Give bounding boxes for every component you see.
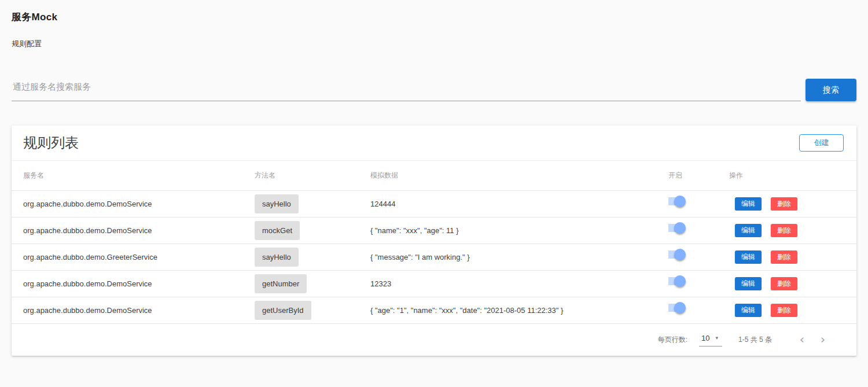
breadcrumb: 规则配置 (12, 39, 856, 49)
service-name-cell: org.apache.dubbo.demo.GreeterService (23, 253, 255, 261)
method-name-chip: mockGet (255, 221, 300, 240)
header-actions: 操作 (729, 171, 856, 180)
service-name-cell: org.apache.dubbo.demo.DemoService (23, 279, 255, 288)
header-enabled: 开启 (668, 171, 729, 180)
edit-button[interactable]: 编辑 (735, 277, 762, 290)
enabled-toggle[interactable] (668, 275, 686, 288)
rows-per-page-value: 10 (701, 334, 709, 342)
toggle-thumb (674, 222, 686, 234)
mock-data-cell: { "name": "xxx", "age": 11 } (370, 226, 668, 235)
pagination-bar: 每页行数: 10 ▾ 1-5 共 5 条 ‹ › (12, 323, 856, 356)
card-header: 规则列表 创建 (12, 126, 856, 160)
method-name-chip: sayHello (255, 248, 299, 267)
rows-per-page-select[interactable]: 10 ▾ (699, 334, 722, 347)
delete-button[interactable]: 删除 (771, 224, 797, 237)
table-row: org.apache.dubbo.demo.DemoService mockGe… (12, 217, 856, 244)
delete-button[interactable]: 删除 (771, 277, 797, 290)
table-header-row: 服务名 方法名 模拟数据 开启 操作 (12, 160, 856, 190)
edit-button[interactable]: 编辑 (735, 304, 762, 317)
table-row: org.apache.dubbo.demo.DemoService sayHel… (12, 190, 856, 217)
service-name-cell: org.apache.dubbo.demo.DemoService (23, 200, 255, 208)
previous-page-icon[interactable]: ‹ (792, 334, 812, 346)
edit-button[interactable]: 编辑 (735, 224, 762, 237)
next-page-icon[interactable]: › (812, 334, 833, 346)
card-title: 规则列表 (23, 134, 79, 152)
method-name-chip: getNumber (255, 274, 307, 293)
toggle-thumb (674, 302, 686, 314)
mock-data-cell: 124444 (370, 200, 668, 208)
enabled-toggle[interactable] (668, 222, 686, 234)
header-service-name: 服务名 (23, 171, 255, 180)
header-mock-data: 模拟数据 (370, 171, 668, 180)
page-title: 服务Mock (12, 0, 856, 24)
dropdown-caret-icon: ▾ (715, 335, 718, 341)
delete-button[interactable]: 删除 (771, 197, 797, 211)
search-button[interactable]: 搜索 (806, 79, 856, 101)
method-name-chip: getUserById (255, 301, 311, 320)
mock-data-cell: { "age": "1", "name": "xxx", "date": "20… (370, 306, 668, 315)
search-bar: 搜索 (12, 78, 856, 101)
search-input[interactable] (12, 78, 801, 101)
delete-button[interactable]: 删除 (771, 250, 797, 264)
toggle-thumb (674, 275, 686, 287)
table-row: org.apache.dubbo.demo.DemoService getUse… (12, 297, 856, 323)
enabled-toggle[interactable] (668, 248, 686, 261)
enabled-toggle[interactable] (668, 301, 686, 314)
table-body: org.apache.dubbo.demo.DemoService sayHel… (12, 190, 856, 323)
toggle-thumb (674, 196, 686, 207)
create-button[interactable]: 创建 (799, 134, 844, 152)
delete-button[interactable]: 删除 (771, 304, 797, 317)
service-name-cell: org.apache.dubbo.demo.DemoService (23, 226, 255, 235)
table-row: org.apache.dubbo.demo.DemoService getNum… (12, 270, 856, 297)
mock-data-cell: { "message": "I am working." } (370, 253, 668, 261)
toggle-thumb (674, 249, 686, 260)
enabled-toggle[interactable] (668, 195, 686, 208)
table-row: org.apache.dubbo.demo.GreeterService say… (12, 244, 856, 270)
rows-per-page-label: 每页行数: (658, 335, 687, 345)
header-method-name: 方法名 (255, 171, 370, 180)
edit-button[interactable]: 编辑 (735, 250, 762, 264)
rule-list-card: 规则列表 创建 服务名 方法名 模拟数据 开启 操作 org.apache.du… (12, 126, 856, 356)
mock-data-cell: 12323 (370, 279, 668, 288)
service-mock-page: 服务Mock 规则配置 搜索 规则列表 创建 服务名 方法名 模拟数据 开启 操… (0, 0, 868, 356)
method-name-chip: sayHello (255, 194, 299, 213)
service-name-cell: org.apache.dubbo.demo.DemoService (23, 306, 255, 315)
edit-button[interactable]: 编辑 (735, 197, 762, 211)
pagination-range-text: 1-5 共 5 条 (738, 335, 772, 345)
